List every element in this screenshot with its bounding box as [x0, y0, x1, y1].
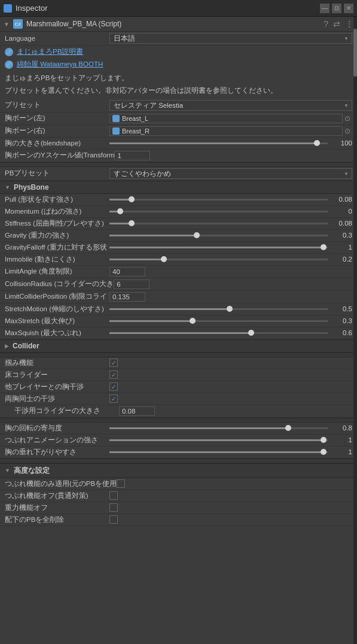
- language-dropdown[interactable]: 日本語: [109, 33, 352, 44]
- sag-track[interactable]: [109, 451, 328, 453]
- limitcollider-label: LimitColliderPosition (制限コライ: [5, 292, 109, 301]
- pb-preset-row: PBプリセット すごくやわらかめ: [0, 167, 357, 181]
- rotation-contrib-label: 胸の回転の寄与度: [5, 424, 109, 433]
- pull-value: 0.08: [331, 196, 352, 203]
- crush-anim-track[interactable]: [109, 439, 328, 441]
- gravityfalloff-track[interactable]: [109, 247, 328, 248]
- advanced-option-4-checkbox[interactable]: [109, 515, 118, 524]
- settings-icon[interactable]: ⇄: [333, 19, 340, 29]
- immobile-track[interactable]: [109, 259, 328, 260]
- rotation-contrib-track[interactable]: [109, 427, 328, 429]
- advanced-option-3-checkbox[interactable]: [109, 503, 118, 512]
- maxsquish-label: MaxSquish (最大つぶれ): [5, 329, 109, 338]
- stretchmotion-value: 0.5: [331, 305, 352, 312]
- expand-arrow[interactable]: ▼: [4, 21, 10, 28]
- stiffness-slider[interactable]: 0.08: [109, 220, 352, 227]
- grip-row: 掴み機能: [0, 357, 357, 369]
- maxsquish-row: MaxSquish (最大つぶれ) 0.6: [0, 327, 357, 339]
- both-breast-checkbox[interactable]: [109, 394, 118, 403]
- stiffness-track[interactable]: [109, 223, 328, 224]
- stretchmotion-slider[interactable]: 0.5: [109, 305, 352, 312]
- other-player-row: 他プレイヤーとの胸干渉: [0, 381, 357, 393]
- maxsquish-track[interactable]: [109, 332, 328, 334]
- floor-row: 床コライダー: [0, 369, 357, 381]
- advanced-option-3-row: 重力機能オフ: [0, 502, 357, 514]
- link-row-2: 🔗 綿飴屋 Wataameya BOOTH: [0, 58, 357, 71]
- breast-size-label: 胸の大きさ(blendshape): [5, 139, 109, 148]
- link-icon-2: 🔗: [5, 60, 13, 69]
- help-icon[interactable]: ?: [324, 19, 328, 29]
- crush-anim-row: つぶれアニメーションの強さ 1: [0, 435, 357, 446]
- crush-anim-label: つぶれアニメーションの強さ: [5, 436, 109, 445]
- momentum-slider[interactable]: 0: [109, 208, 352, 215]
- pull-slider[interactable]: 0.08: [109, 196, 352, 203]
- momentum-value: 0: [331, 208, 352, 215]
- breast-size-track[interactable]: [109, 142, 328, 144]
- grip-checkbox[interactable]: [109, 359, 118, 367]
- preset-dropdown[interactable]: セレスティア Selestia: [109, 100, 352, 111]
- grip-label: 掴み機能: [5, 359, 109, 367]
- breast-yscale-label: 胸ボーンのYスケール値(Transform: [5, 151, 114, 160]
- other-player-checkbox[interactable]: [109, 382, 118, 391]
- preset-dropdown-wrapper[interactable]: セレスティア Selestia: [109, 100, 352, 111]
- sag-slider[interactable]: 1: [109, 448, 352, 455]
- preset-label: プリセット: [5, 101, 109, 110]
- collider-title: Collider: [13, 342, 39, 350]
- collisionradius-input[interactable]: [114, 280, 149, 289]
- stretchmotion-label: StretchMotion (伸縮のしやすさ): [5, 305, 109, 314]
- collider-section: ▶ Collider: [0, 339, 357, 353]
- scrollbar[interactable]: [353, 17, 357, 644]
- breast-size-slider-container[interactable]: 100: [109, 139, 352, 147]
- advanced-arrow[interactable]: ▼: [5, 467, 10, 473]
- advanced-option-3-label: 重力機能オフ: [5, 503, 109, 512]
- preset-row: プリセット セレスティア Selestia: [0, 99, 357, 113]
- floor-checkbox[interactable]: [109, 370, 118, 379]
- rotation-contrib-slider[interactable]: 0.8: [109, 424, 352, 432]
- collider-arrow[interactable]: ▶: [5, 343, 9, 349]
- advanced-option-1-checkbox[interactable]: [117, 479, 125, 488]
- breast-bone-r-field[interactable]: Breast_R: [109, 126, 343, 136]
- collider-size-row: 干渉用コライダーの大きさ: [0, 405, 357, 418]
- sag-label: 胸の垂れ下がりやすさ: [5, 448, 109, 457]
- close-button[interactable]: ✕: [344, 4, 353, 13]
- maxstretch-track[interactable]: [109, 320, 328, 322]
- minimize-button[interactable]: —: [320, 4, 329, 13]
- pb-preset-dropdown-wrapper[interactable]: すごくやわらかめ: [109, 168, 352, 179]
- breast-bone-r-target-btn[interactable]: ⊙: [343, 126, 352, 136]
- momentum-row: Momentum (ばねの強さ) 0: [0, 206, 357, 218]
- breast-bone-l-target-btn[interactable]: ⊙: [343, 114, 352, 123]
- maxstretch-value: 0.3: [331, 317, 352, 324]
- advanced-option-2-label: つぶれ機能オフ(貫通対策): [5, 491, 109, 500]
- crush-anim-slider[interactable]: 1: [109, 436, 352, 443]
- crush-anim-value: 1: [331, 436, 352, 443]
- stretchmotion-track[interactable]: [109, 308, 328, 310]
- maxstretch-slider[interactable]: 0.3: [109, 317, 352, 324]
- breast-bone-l-field[interactable]: Breast_L: [109, 114, 343, 123]
- breast-yscale-input[interactable]: [114, 151, 150, 160]
- advanced-option-2-checkbox[interactable]: [109, 491, 118, 500]
- momentum-track[interactable]: [109, 211, 328, 212]
- maxsquish-slider[interactable]: 0.6: [109, 329, 352, 336]
- maxstretch-label: MaxStretch (最大伸び): [5, 317, 109, 326]
- link-1[interactable]: まじゅまろPB説明書: [17, 47, 83, 56]
- link-2[interactable]: 綿飴屋 Wataameya BOOTH: [17, 60, 103, 69]
- gravity-track[interactable]: [109, 235, 328, 236]
- pb-preset-dropdown[interactable]: すごくやわらかめ: [109, 168, 352, 179]
- immobile-label: Immobile (動きにくさ): [5, 255, 109, 264]
- limitangle-input[interactable]: [109, 267, 145, 277]
- physbone-arrow[interactable]: ▼: [5, 184, 10, 190]
- menu-icon[interactable]: ⋮: [345, 19, 353, 29]
- pull-track[interactable]: [109, 199, 328, 201]
- breast-size-row: 胸の大きさ(blendshape) 100: [0, 138, 357, 150]
- breast-bone-l-row: 胸ボーン(左) Breast_L ⊙: [0, 113, 357, 125]
- collider-size-input[interactable]: [119, 406, 155, 416]
- language-dropdown-wrapper[interactable]: 日本語: [109, 33, 352, 44]
- scrollbar-thumb[interactable]: [353, 29, 357, 77]
- separator-3: [0, 418, 357, 423]
- gravityfalloff-slider[interactable]: 1: [109, 244, 352, 251]
- immobile-slider[interactable]: 0.2: [109, 256, 352, 263]
- rotation-contrib-value: 0.8: [331, 424, 352, 432]
- maximize-button[interactable]: ⊡: [332, 4, 341, 13]
- gravity-slider[interactable]: 0.3: [109, 232, 352, 239]
- limitcollider-input[interactable]: [109, 292, 145, 302]
